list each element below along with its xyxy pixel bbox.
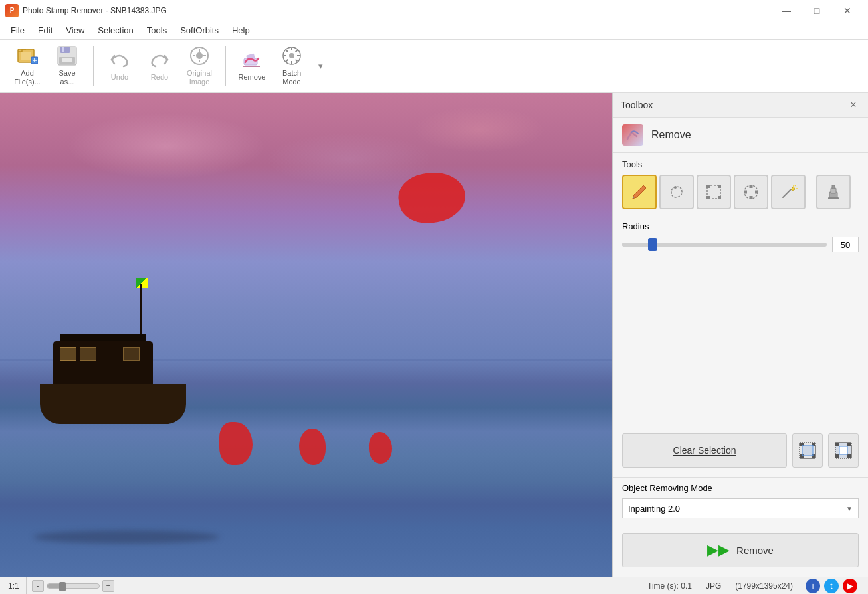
menu-file[interactable]: File — [5, 23, 30, 38]
mode-selected-value: Inpainting 2.0 — [628, 504, 680, 514]
boat-image — [27, 304, 199, 424]
toolbar-group-files: AddFile(s)... Saveas... — [5, 43, 89, 88]
remove-action-button[interactable]: ▶▶ Remove — [622, 533, 859, 567]
svg-rect-37 — [750, 185, 753, 188]
twitter-icon[interactable]: t — [824, 579, 839, 593]
close-button[interactable]: ✕ — [832, 0, 863, 21]
svg-rect-55 — [802, 445, 813, 456]
svg-line-45 — [795, 185, 796, 186]
batch-mode-icon — [281, 45, 302, 66]
select-all-button[interactable] — [792, 433, 823, 468]
window-title: Photo Stamp Remover - SNB14383.JPG — [23, 6, 771, 15]
save-as-button[interactable]: Saveas... — [48, 43, 86, 88]
status-time: Time (s): 0.1 — [641, 577, 699, 594]
svg-rect-40 — [755, 191, 758, 194]
undo-label: Undo — [111, 73, 128, 82]
tools-section: Tools — [613, 153, 868, 216]
red-mark-water-3 — [369, 432, 392, 464]
canvas-area[interactable] — [0, 93, 612, 577]
red-mark-water-1 — [219, 422, 253, 465]
youtube-icon[interactable]: ▶ — [843, 579, 857, 593]
menu-help[interactable]: Help — [227, 23, 255, 38]
invert-selection-button[interactable] — [828, 433, 859, 468]
toolbox-panel: Toolbox × Remove Tools — [612, 93, 868, 577]
svg-rect-61 — [839, 446, 847, 454]
original-image-button[interactable]: OriginalImage — [180, 43, 219, 88]
redo-button[interactable]: Redo — [140, 43, 179, 88]
tool-rect-select-button[interactable] — [697, 175, 731, 209]
menu-view[interactable]: View — [60, 23, 90, 38]
svg-rect-49 — [828, 197, 839, 199]
svg-line-26 — [296, 60, 298, 62]
tool-magic-wand-button[interactable] — [771, 175, 806, 209]
toolbar-more-button[interactable]: ▾ — [315, 43, 326, 88]
undo-button[interactable]: Undo — [100, 43, 139, 88]
svg-point-30 — [674, 186, 677, 189]
radius-slider[interactable] — [622, 243, 827, 247]
original-image-label: OriginalImage — [187, 69, 212, 86]
svg-rect-48 — [832, 185, 835, 189]
menu-tools[interactable]: Tools — [142, 23, 172, 38]
minimize-button[interactable]: — — [771, 0, 802, 21]
status-social-icons: i t ▶ — [800, 579, 863, 593]
tool-stamp-button[interactable] — [816, 175, 851, 209]
time-label: Time (s): 0.1 — [647, 581, 692, 591]
toolbar-group-history: Undo Redo Origin — [98, 43, 221, 88]
menu-softorbits[interactable]: SoftOrbits — [175, 23, 224, 38]
svg-point-20 — [289, 53, 294, 58]
save-as-label: Saveas... — [58, 69, 75, 86]
radius-row: 50 — [622, 237, 859, 252]
remove-section-icon — [622, 124, 643, 146]
svg-point-15 — [196, 52, 203, 59]
add-files-label: AddFile(s)... — [14, 69, 41, 86]
statusbar: 1:1 - + Time (s): 0.1 JPG (1799x1395x24)… — [0, 577, 868, 594]
info-icon[interactable]: i — [806, 579, 820, 593]
menu-selection[interactable]: Selection — [92, 23, 138, 38]
status-dimensions: (1799x1395x24) — [728, 577, 800, 594]
titlebar: P Photo Stamp Remover - SNB14383.JPG — □… — [0, 0, 868, 21]
mode-select-dropdown[interactable]: Inpainting 2.0 ▼ — [622, 498, 859, 518]
window-controls: — □ ✕ — [771, 0, 863, 21]
remove-action-label: Remove — [736, 545, 774, 556]
dimensions-label: (1799x1395x24) — [735, 581, 793, 591]
tool-lasso-button[interactable] — [659, 175, 694, 209]
remove-action-section: ▶▶ Remove — [613, 524, 868, 577]
toolbar-separator-1 — [93, 46, 94, 86]
clear-selection-button[interactable]: Clear Selection — [622, 433, 787, 468]
remove-section: Remove — [613, 118, 868, 153]
zoom-in-button[interactable]: + — [102, 580, 114, 592]
toolbar: AddFile(s)... Saveas... — [0, 40, 868, 93]
remove-button[interactable]: Remove — [233, 43, 271, 88]
add-files-button[interactable]: AddFile(s)... — [8, 43, 47, 88]
radius-label: Radius — [622, 221, 859, 231]
image-canvas[interactable] — [0, 93, 612, 577]
clear-section: Clear Selection — [613, 424, 868, 477]
tool-ellipse-select-button[interactable] — [734, 175, 768, 209]
svg-rect-39 — [744, 191, 747, 194]
boat-cabin — [53, 341, 153, 387]
zoom-slider-thumb[interactable] — [59, 582, 66, 591]
radius-section: Radius 50 — [613, 216, 868, 258]
radius-slider-thumb[interactable] — [648, 238, 657, 251]
menubar: File Edit View Selection Tools SoftOrbit… — [0, 21, 868, 40]
toolbox-close-button[interactable]: × — [847, 98, 860, 112]
svg-rect-58 — [847, 443, 851, 446]
svg-rect-7 — [62, 47, 64, 52]
zoom-label: 1:1 — [8, 581, 19, 591]
status-format: JPG — [699, 577, 728, 594]
maximize-button[interactable]: □ — [802, 0, 832, 21]
svg-rect-59 — [835, 454, 839, 458]
zoom-slider[interactable] — [47, 583, 100, 589]
redo-icon — [149, 49, 170, 70]
tool-brush-button[interactable] — [622, 175, 657, 209]
radius-value[interactable]: 50 — [832, 237, 859, 252]
zoom-out-button[interactable]: - — [32, 580, 44, 592]
original-image-icon — [189, 45, 210, 66]
svg-rect-38 — [750, 196, 753, 199]
menu-edit[interactable]: Edit — [33, 23, 58, 38]
svg-marker-42 — [791, 187, 795, 191]
batch-mode-button[interactable]: BatchMode — [272, 43, 311, 88]
remove-section-title: Remove — [651, 129, 691, 141]
main-area: Toolbox × Remove Tools — [0, 93, 868, 577]
app-icon: P — [5, 4, 19, 17]
